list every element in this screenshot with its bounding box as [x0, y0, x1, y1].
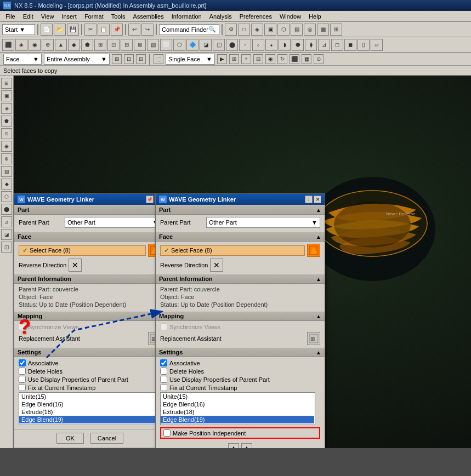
- d2-select-face-btn[interactable]: ✓ Select Face (8): [160, 245, 305, 256]
- settings-list1[interactable]: Unite(15) Edge Blend(16) Extrude(18) Edg…: [19, 392, 161, 425]
- redo-btn[interactable]: ↪: [141, 24, 154, 36]
- use-display-check1[interactable]: [19, 376, 26, 383]
- dependencies-header[interactable]: Dependencies ▼: [14, 447, 166, 448]
- list-item-1b[interactable]: Edge Blend(16): [19, 400, 155, 408]
- dialog2-parentinfo-header[interactable]: Parent Information ▲: [156, 274, 325, 284]
- list-item-1c[interactable]: Extrude(18): [19, 408, 155, 416]
- sel-btn10[interactable]: ↻: [277, 54, 287, 64]
- t2-btn25[interactable]: ⊿: [318, 39, 330, 51]
- fix-timestamp-check1[interactable]: [19, 384, 26, 391]
- sidebar-btn4[interactable]: ⬟: [1, 116, 12, 127]
- t2-btn14[interactable]: ⬡: [173, 39, 185, 51]
- d2-list-item-a[interactable]: Unite(15): [161, 393, 314, 400]
- list-item-1a[interactable]: Unite(15): [19, 393, 155, 400]
- dialog1-cancel-btn[interactable]: Cancel: [90, 433, 123, 444]
- menu-help[interactable]: Help: [305, 13, 325, 20]
- t2-btn24[interactable]: ⧫: [305, 39, 317, 51]
- t2-btn22[interactable]: ◗: [279, 39, 291, 51]
- reverse-direction-btn[interactable]: Reverse Direction ✕: [19, 259, 161, 272]
- d2-list-item-c[interactable]: Extrude(18): [161, 408, 314, 416]
- t2-btn21[interactable]: ⬥: [265, 39, 277, 51]
- d2-reverse-direction-btn[interactable]: Reverse Direction ✕: [160, 259, 320, 272]
- nav-up-btn[interactable]: ▲: [228, 443, 239, 448]
- associative-check1[interactable]: [19, 359, 26, 366]
- menu-tools[interactable]: Tools: [108, 13, 129, 20]
- menu-insert[interactable]: Insert: [58, 13, 80, 20]
- tool-btn2[interactable]: □: [238, 24, 250, 36]
- d2-associative-check[interactable]: [160, 359, 167, 366]
- menu-format[interactable]: Format: [81, 13, 107, 20]
- sidebar-btn1[interactable]: ⊞: [1, 78, 12, 89]
- new-btn[interactable]: 📄: [41, 24, 53, 36]
- t2-btn9[interactable]: ⊡: [107, 39, 120, 51]
- t2-btn27[interactable]: ◼: [344, 39, 356, 51]
- tool-btn7[interactable]: ◎: [304, 24, 316, 36]
- sidebar-btn14[interactable]: ◫: [1, 242, 12, 253]
- d2-use-display-check[interactable]: [160, 376, 167, 383]
- paste-btn[interactable]: 📌: [111, 24, 123, 36]
- start-button[interactable]: Start ▼: [2, 24, 35, 35]
- sel-btn8[interactable]: ⊟: [253, 54, 263, 64]
- tool-btn3[interactable]: ◈: [251, 24, 263, 36]
- t2-btn17[interactable]: ◫: [213, 39, 225, 51]
- d2-replacement-icon[interactable]: ⊞: [307, 332, 320, 345]
- tool-btn5[interactable]: ⬡: [277, 24, 290, 36]
- dialog2-close-btn[interactable]: ✕: [314, 196, 321, 203]
- d2-delete-holes-check[interactable]: [160, 368, 167, 375]
- d2-settings-list[interactable]: Unite(15) Edge Blend(16) Extrude(18) Edg…: [160, 392, 320, 425]
- d2-parent-part-dropdown[interactable]: Other Part ▼: [206, 217, 320, 228]
- dialog2-mapping-header[interactable]: Mapping ▲: [156, 311, 325, 321]
- tool-btn4[interactable]: ▣: [264, 24, 276, 36]
- sel-btn4[interactable]: ⬚: [154, 54, 163, 64]
- t2-btn13[interactable]: ⬜: [160, 39, 172, 51]
- t2-btn4[interactable]: ⊕: [42, 39, 54, 51]
- face-dropdown[interactable]: Single Face ▼: [166, 54, 215, 65]
- t2-btn11[interactable]: ⊠: [134, 39, 146, 51]
- sel-btn6[interactable]: ⊞: [229, 54, 239, 64]
- sel-btn11[interactable]: ⬛: [290, 54, 299, 64]
- sel-btn5[interactable]: ▶: [217, 54, 227, 64]
- save-btn[interactable]: 💾: [67, 24, 79, 36]
- d2-sync-views-check[interactable]: [160, 323, 167, 330]
- sidebar-btn13[interactable]: ◪: [1, 229, 12, 240]
- sidebar-btn8[interactable]: ▧: [1, 166, 12, 177]
- t2-btn2[interactable]: ◈: [15, 39, 27, 51]
- dialog2-face-header[interactable]: Face ▲: [156, 232, 325, 242]
- sidebar-btn11[interactable]: ⬤: [1, 204, 12, 215]
- t2-btn12[interactable]: ▧: [147, 39, 159, 51]
- undo-btn[interactable]: ↩: [128, 24, 140, 36]
- make-position-check[interactable]: [163, 429, 171, 437]
- t2-btn29[interactable]: ▱: [371, 39, 383, 51]
- menu-view[interactable]: View: [38, 13, 58, 20]
- t2-btn8[interactable]: ⊞: [94, 39, 106, 51]
- d2-fix-timestamp-check[interactable]: [160, 384, 167, 391]
- t2-btn19[interactable]: ◦: [239, 39, 251, 51]
- sel-btn13[interactable]: ⊙: [314, 54, 324, 64]
- t2-btn5[interactable]: ▲: [55, 39, 67, 51]
- delete-holes-check1[interactable]: [19, 368, 26, 375]
- sidebar-btn12[interactable]: ⊿: [1, 216, 12, 227]
- t2-btn3[interactable]: ◉: [29, 39, 41, 51]
- sidebar-btn9[interactable]: ◆: [1, 179, 12, 190]
- sel-btn3[interactable]: ⊟: [136, 54, 146, 64]
- filter-dropdown[interactable]: Face ▼: [3, 54, 42, 65]
- menu-analysis[interactable]: Analysis: [206, 13, 235, 20]
- t2-btn26[interactable]: ◻: [331, 39, 343, 51]
- dialog1-mapping-header[interactable]: Mapping ▲: [14, 311, 166, 321]
- list-item-1d[interactable]: Edge Blend(19): [19, 416, 155, 423]
- tool-btn8[interactable]: ▦: [317, 24, 329, 36]
- dialog1-face-header[interactable]: Face ▲: [14, 232, 166, 242]
- tool-btn6[interactable]: ▤: [291, 24, 303, 36]
- nav-down-btn[interactable]: ▲: [241, 443, 252, 448]
- tool-btn1[interactable]: ⚙: [225, 24, 237, 36]
- command-finder[interactable]: Command Finder 🔍: [159, 24, 219, 35]
- sel-btn2[interactable]: ⊡: [124, 54, 134, 64]
- select-face-btn[interactable]: ✓ Select Face (8): [19, 245, 146, 256]
- sidebar-btn2[interactable]: ▣: [1, 90, 12, 101]
- t2-btn7[interactable]: ⬟: [81, 39, 93, 51]
- cut-btn[interactable]: ✂: [84, 24, 97, 36]
- dialog2-settings-header[interactable]: Settings ▲: [156, 347, 325, 357]
- dialog1-parentinfo-header[interactable]: Parent Information ▲: [14, 274, 166, 284]
- sel-btn12[interactable]: ▦: [302, 54, 311, 64]
- open-btn[interactable]: 📂: [54, 24, 66, 36]
